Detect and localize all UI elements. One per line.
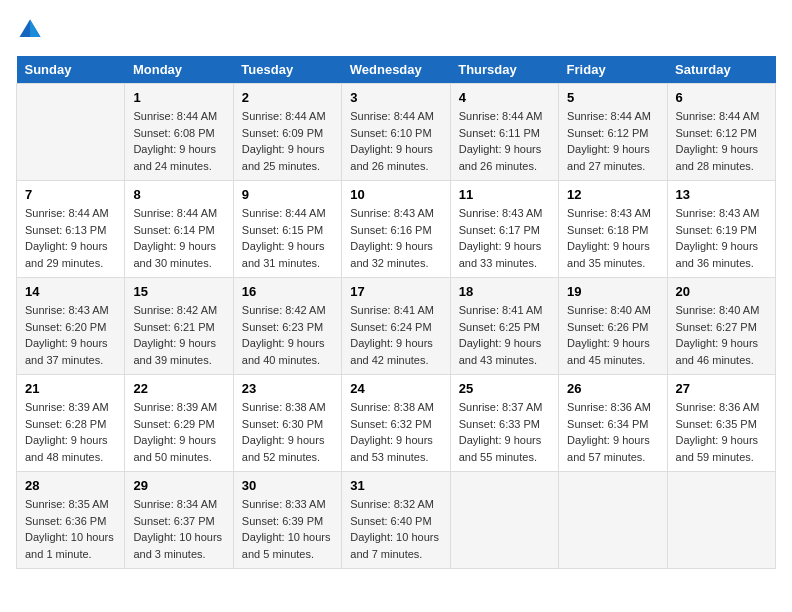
logo-icon	[16, 16, 44, 44]
day-info: Sunrise: 8:44 AMSunset: 6:13 PMDaylight:…	[25, 205, 116, 271]
day-info: Sunrise: 8:34 AMSunset: 6:37 PMDaylight:…	[133, 496, 224, 562]
day-number: 22	[133, 381, 224, 396]
calendar-cell	[559, 472, 667, 569]
day-number: 10	[350, 187, 441, 202]
day-info: Sunrise: 8:44 AMSunset: 6:08 PMDaylight:…	[133, 108, 224, 174]
calendar-cell: 3 Sunrise: 8:44 AMSunset: 6:10 PMDayligh…	[342, 84, 450, 181]
calendar-cell: 9 Sunrise: 8:44 AMSunset: 6:15 PMDayligh…	[233, 181, 341, 278]
week-row: 28 Sunrise: 8:35 AMSunset: 6:36 PMDaylig…	[17, 472, 776, 569]
col-header-friday: Friday	[559, 56, 667, 84]
day-info: Sunrise: 8:44 AMSunset: 6:12 PMDaylight:…	[676, 108, 767, 174]
day-number: 1	[133, 90, 224, 105]
day-info: Sunrise: 8:35 AMSunset: 6:36 PMDaylight:…	[25, 496, 116, 562]
col-header-thursday: Thursday	[450, 56, 558, 84]
calendar-cell: 29 Sunrise: 8:34 AMSunset: 6:37 PMDaylig…	[125, 472, 233, 569]
calendar-cell: 25 Sunrise: 8:37 AMSunset: 6:33 PMDaylig…	[450, 375, 558, 472]
calendar-cell: 10 Sunrise: 8:43 AMSunset: 6:16 PMDaylig…	[342, 181, 450, 278]
day-number: 12	[567, 187, 658, 202]
calendar-cell	[17, 84, 125, 181]
day-number: 16	[242, 284, 333, 299]
calendar-cell: 1 Sunrise: 8:44 AMSunset: 6:08 PMDayligh…	[125, 84, 233, 181]
day-info: Sunrise: 8:43 AMSunset: 6:19 PMDaylight:…	[676, 205, 767, 271]
day-number: 9	[242, 187, 333, 202]
calendar-cell: 26 Sunrise: 8:36 AMSunset: 6:34 PMDaylig…	[559, 375, 667, 472]
day-number: 26	[567, 381, 658, 396]
calendar-cell: 21 Sunrise: 8:39 AMSunset: 6:28 PMDaylig…	[17, 375, 125, 472]
day-number: 30	[242, 478, 333, 493]
col-header-saturday: Saturday	[667, 56, 775, 84]
calendar-cell: 7 Sunrise: 8:44 AMSunset: 6:13 PMDayligh…	[17, 181, 125, 278]
logo	[16, 16, 48, 44]
calendar-cell: 30 Sunrise: 8:33 AMSunset: 6:39 PMDaylig…	[233, 472, 341, 569]
calendar-cell: 15 Sunrise: 8:42 AMSunset: 6:21 PMDaylig…	[125, 278, 233, 375]
day-info: Sunrise: 8:43 AMSunset: 6:20 PMDaylight:…	[25, 302, 116, 368]
calendar-cell: 18 Sunrise: 8:41 AMSunset: 6:25 PMDaylig…	[450, 278, 558, 375]
day-info: Sunrise: 8:38 AMSunset: 6:32 PMDaylight:…	[350, 399, 441, 465]
day-number: 20	[676, 284, 767, 299]
day-number: 15	[133, 284, 224, 299]
day-number: 25	[459, 381, 550, 396]
day-number: 6	[676, 90, 767, 105]
header-row: SundayMondayTuesdayWednesdayThursdayFrid…	[17, 56, 776, 84]
day-number: 19	[567, 284, 658, 299]
day-info: Sunrise: 8:42 AMSunset: 6:21 PMDaylight:…	[133, 302, 224, 368]
day-number: 23	[242, 381, 333, 396]
calendar-cell: 22 Sunrise: 8:39 AMSunset: 6:29 PMDaylig…	[125, 375, 233, 472]
calendar-cell: 20 Sunrise: 8:40 AMSunset: 6:27 PMDaylig…	[667, 278, 775, 375]
calendar-cell: 23 Sunrise: 8:38 AMSunset: 6:30 PMDaylig…	[233, 375, 341, 472]
calendar-cell: 5 Sunrise: 8:44 AMSunset: 6:12 PMDayligh…	[559, 84, 667, 181]
day-number: 2	[242, 90, 333, 105]
col-header-tuesday: Tuesday	[233, 56, 341, 84]
day-number: 3	[350, 90, 441, 105]
day-info: Sunrise: 8:41 AMSunset: 6:24 PMDaylight:…	[350, 302, 441, 368]
calendar-cell: 2 Sunrise: 8:44 AMSunset: 6:09 PMDayligh…	[233, 84, 341, 181]
day-info: Sunrise: 8:32 AMSunset: 6:40 PMDaylight:…	[350, 496, 441, 562]
calendar-cell: 24 Sunrise: 8:38 AMSunset: 6:32 PMDaylig…	[342, 375, 450, 472]
calendar-cell: 11 Sunrise: 8:43 AMSunset: 6:17 PMDaylig…	[450, 181, 558, 278]
day-info: Sunrise: 8:38 AMSunset: 6:30 PMDaylight:…	[242, 399, 333, 465]
calendar-cell: 17 Sunrise: 8:41 AMSunset: 6:24 PMDaylig…	[342, 278, 450, 375]
day-info: Sunrise: 8:33 AMSunset: 6:39 PMDaylight:…	[242, 496, 333, 562]
day-info: Sunrise: 8:39 AMSunset: 6:29 PMDaylight:…	[133, 399, 224, 465]
week-row: 14 Sunrise: 8:43 AMSunset: 6:20 PMDaylig…	[17, 278, 776, 375]
day-info: Sunrise: 8:43 AMSunset: 6:17 PMDaylight:…	[459, 205, 550, 271]
day-info: Sunrise: 8:43 AMSunset: 6:16 PMDaylight:…	[350, 205, 441, 271]
day-info: Sunrise: 8:36 AMSunset: 6:35 PMDaylight:…	[676, 399, 767, 465]
day-number: 18	[459, 284, 550, 299]
day-info: Sunrise: 8:40 AMSunset: 6:26 PMDaylight:…	[567, 302, 658, 368]
calendar-cell	[450, 472, 558, 569]
day-number: 5	[567, 90, 658, 105]
week-row: 1 Sunrise: 8:44 AMSunset: 6:08 PMDayligh…	[17, 84, 776, 181]
day-number: 17	[350, 284, 441, 299]
calendar-cell: 13 Sunrise: 8:43 AMSunset: 6:19 PMDaylig…	[667, 181, 775, 278]
calendar-cell: 8 Sunrise: 8:44 AMSunset: 6:14 PMDayligh…	[125, 181, 233, 278]
day-number: 13	[676, 187, 767, 202]
calendar-cell: 14 Sunrise: 8:43 AMSunset: 6:20 PMDaylig…	[17, 278, 125, 375]
day-info: Sunrise: 8:40 AMSunset: 6:27 PMDaylight:…	[676, 302, 767, 368]
col-header-wednesday: Wednesday	[342, 56, 450, 84]
week-row: 7 Sunrise: 8:44 AMSunset: 6:13 PMDayligh…	[17, 181, 776, 278]
day-number: 28	[25, 478, 116, 493]
day-info: Sunrise: 8:44 AMSunset: 6:10 PMDaylight:…	[350, 108, 441, 174]
calendar-cell: 12 Sunrise: 8:43 AMSunset: 6:18 PMDaylig…	[559, 181, 667, 278]
calendar-cell: 28 Sunrise: 8:35 AMSunset: 6:36 PMDaylig…	[17, 472, 125, 569]
day-info: Sunrise: 8:44 AMSunset: 6:11 PMDaylight:…	[459, 108, 550, 174]
col-header-sunday: Sunday	[17, 56, 125, 84]
day-info: Sunrise: 8:44 AMSunset: 6:09 PMDaylight:…	[242, 108, 333, 174]
day-info: Sunrise: 8:44 AMSunset: 6:12 PMDaylight:…	[567, 108, 658, 174]
calendar-cell: 31 Sunrise: 8:32 AMSunset: 6:40 PMDaylig…	[342, 472, 450, 569]
day-number: 21	[25, 381, 116, 396]
day-number: 7	[25, 187, 116, 202]
calendar-table: SundayMondayTuesdayWednesdayThursdayFrid…	[16, 56, 776, 569]
day-info: Sunrise: 8:37 AMSunset: 6:33 PMDaylight:…	[459, 399, 550, 465]
day-number: 24	[350, 381, 441, 396]
week-row: 21 Sunrise: 8:39 AMSunset: 6:28 PMDaylig…	[17, 375, 776, 472]
day-info: Sunrise: 8:44 AMSunset: 6:15 PMDaylight:…	[242, 205, 333, 271]
day-info: Sunrise: 8:36 AMSunset: 6:34 PMDaylight:…	[567, 399, 658, 465]
calendar-cell: 19 Sunrise: 8:40 AMSunset: 6:26 PMDaylig…	[559, 278, 667, 375]
header	[16, 16, 776, 44]
day-number: 4	[459, 90, 550, 105]
day-info: Sunrise: 8:42 AMSunset: 6:23 PMDaylight:…	[242, 302, 333, 368]
calendar-cell: 4 Sunrise: 8:44 AMSunset: 6:11 PMDayligh…	[450, 84, 558, 181]
calendar-cell: 16 Sunrise: 8:42 AMSunset: 6:23 PMDaylig…	[233, 278, 341, 375]
